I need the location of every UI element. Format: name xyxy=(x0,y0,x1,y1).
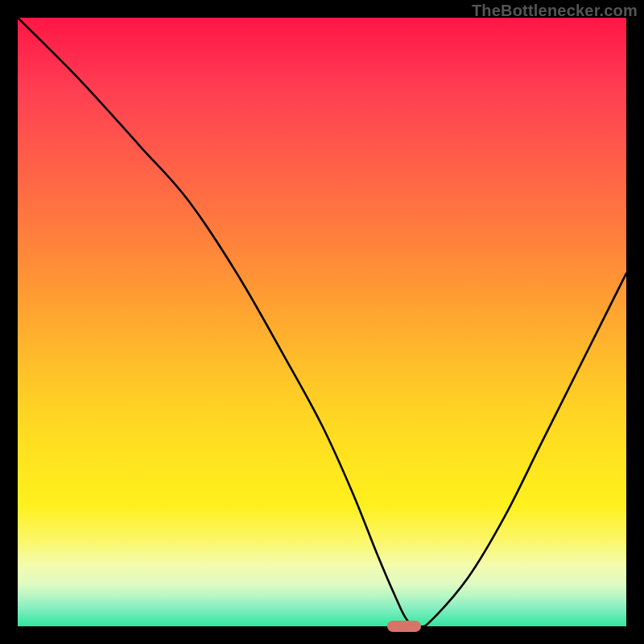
attribution-text: TheBottlenecker.com xyxy=(472,2,638,20)
plot-area xyxy=(18,18,626,626)
curve-svg xyxy=(18,18,626,626)
optimal-marker xyxy=(387,621,421,632)
bottleneck-curve xyxy=(18,18,626,626)
chart-frame: TheBottlenecker.com xyxy=(0,0,644,644)
